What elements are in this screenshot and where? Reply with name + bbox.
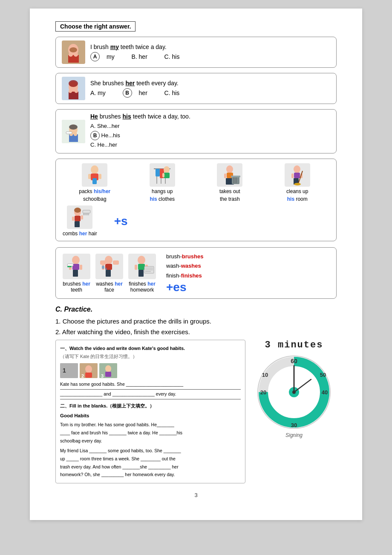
svg-rect-21 (92, 178, 97, 184)
svg-rect-73 (106, 270, 111, 277)
svg-text:1: 1 (63, 367, 66, 374)
svg-point-5 (74, 52, 78, 57)
hangs-icon (150, 163, 175, 187)
exercise-para1: Tom is my brother. He has some good habi… (60, 421, 241, 445)
qa-block-2: She brushes her teeth every day. A. my B… (55, 73, 337, 104)
svg-rect-71 (100, 260, 106, 265)
svg-rect-67 (67, 266, 72, 267)
svg-rect-80 (138, 270, 144, 277)
avatar-2 (62, 77, 85, 100)
qa3-options: A. She...her B He...his C. He...her (90, 121, 330, 150)
svg-point-48 (294, 183, 301, 185)
thumb-1: 1 (60, 363, 78, 378)
activities-grid: packs his/her schoolbag (63, 163, 329, 202)
svg-rect-44 (291, 173, 294, 178)
practice-label: C. Practice. (55, 306, 337, 313)
svg-text:10: 10 (262, 372, 268, 378)
activity-cleans: cleans up his room (265, 163, 330, 202)
activity-bottom: combs her hair +s (63, 205, 329, 237)
kate-sentence2: _________________ and _________________ … (60, 390, 241, 399)
svg-rect-35 (224, 173, 226, 178)
svg-rect-43 (294, 173, 300, 178)
svg-rect-32 (162, 173, 164, 177)
qa1-sentence: I brush my teeth twice a day. (90, 43, 330, 50)
part1-subtitle: （请写下 Kate 的日常生活好习惯。） (60, 353, 241, 361)
timer-label: 3 minutes (265, 340, 323, 350)
verb-icons: brushes her teeth (63, 254, 156, 293)
svg-point-74 (102, 266, 104, 269)
verb-finishes: finishes her homework (128, 254, 156, 293)
svg-rect-53 (81, 215, 83, 220)
verb-washes: washes her face (95, 254, 123, 293)
combs-icon (67, 205, 92, 229)
instruction-1: 1. Choose the pictures and practice the … (55, 318, 337, 325)
page-number: 3 (55, 492, 337, 498)
svg-rect-72 (113, 260, 119, 265)
svg-rect-51 (75, 216, 81, 221)
exercise-left: 一、Watch the video and write down Kate's … (55, 340, 245, 484)
qa-block-3: He brushes his teeth twice a day, too. A… (55, 109, 337, 153)
svg-point-4 (69, 52, 73, 57)
svg-text:40: 40 (322, 389, 328, 396)
plus-s: +s (114, 214, 128, 228)
svg-point-10 (69, 90, 72, 93)
cleans-icon (285, 163, 310, 187)
instruction-2: 2. After watching the video, finish the … (55, 328, 337, 335)
exercise-para2: My friend Lisa _______ some good habits,… (60, 447, 241, 479)
svg-rect-52 (72, 217, 74, 221)
svg-rect-18 (66, 132, 72, 134)
verb-forms-text: brush-brushes wash-washes finish-finishe… (166, 252, 203, 280)
activity-trash: takes out the trash (198, 163, 262, 202)
svg-rect-78 (135, 265, 137, 270)
svg-rect-93 (105, 372, 111, 377)
svg-point-76 (138, 256, 145, 264)
qa2-options: A. my Bher C. his (90, 88, 330, 98)
verb-forms-block: brush-brushes wash-washes finish-finishe… (166, 252, 203, 294)
activity-hangs: hangs up his clothes (130, 163, 195, 202)
activity-combs: combs her hair (63, 205, 97, 237)
kate-sentence: Kate has some good habits. She _________… (60, 381, 241, 390)
qa2-sentence: She brushes her teeth every day. (90, 80, 330, 87)
avatar-1 (62, 40, 85, 64)
section-title: Choose the right answer. (60, 23, 131, 30)
washes-icon (95, 254, 123, 279)
trash-icon (217, 163, 242, 187)
activity-packs: packs his/her schoolbag (63, 163, 127, 202)
svg-text:20: 20 (260, 389, 266, 396)
svg-rect-64 (80, 265, 82, 270)
svg-rect-65 (73, 270, 78, 277)
clock-brand: Signing (285, 432, 303, 438)
svg-rect-66 (67, 264, 73, 266)
svg-text:2: 2 (81, 373, 84, 378)
svg-rect-38 (232, 176, 239, 184)
svg-point-33 (226, 165, 233, 173)
packs-icon (82, 163, 107, 187)
svg-point-42 (294, 165, 300, 173)
svg-rect-28 (156, 169, 160, 176)
part1-title: 一、Watch the video and write down Kate's … (60, 344, 241, 353)
svg-text:60: 60 (291, 358, 297, 364)
qa1-options: Amy B. her C. his (90, 52, 330, 61)
svg-rect-55 (83, 210, 90, 213)
svg-rect-39 (231, 176, 240, 177)
clock: 60 50 40 30 20 10 (256, 354, 332, 431)
option-b2: B (123, 88, 132, 98)
exercise-right: 3 minutes 60 50 40 30 20 10 (251, 340, 337, 484)
svg-text:50: 50 (320, 372, 326, 378)
page: Choose the right answer. I brush my teet… (30, 9, 362, 520)
qa3-content: He brushes his teeth twice a day, too. A… (90, 113, 330, 150)
svg-point-14 (69, 124, 78, 130)
verb-box: brushes her teeth (55, 247, 337, 298)
qa-block-1: I brush my teeth twice a day. Amy B. her… (55, 37, 337, 68)
svg-point-92 (105, 365, 111, 372)
activities-box: packs his/her schoolbag (55, 159, 337, 241)
section-title-box: Choose the right answer. (55, 21, 135, 32)
svg-point-17 (74, 133, 77, 136)
verb-brushes: brushes her teeth (63, 254, 90, 293)
plus-es: +es (166, 280, 203, 294)
brushes-icon (63, 254, 90, 279)
thumb-2: 2 (80, 363, 98, 378)
svg-rect-23 (99, 174, 101, 179)
exercise-container: 一、Watch the video and write down Kate's … (55, 340, 337, 484)
qa1-content: I brush my teeth twice a day. Amy B. her… (90, 43, 330, 61)
